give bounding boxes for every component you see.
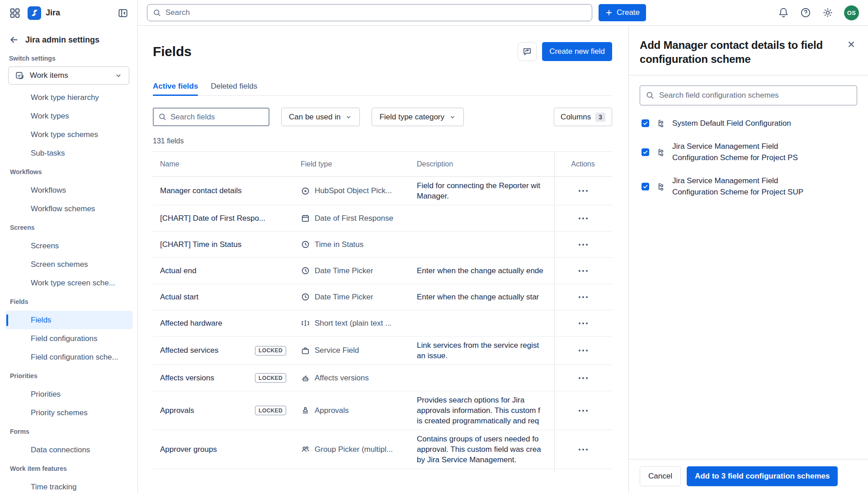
sidebar-item-screen-schemes[interactable]: Screen schemes (5, 255, 133, 274)
label: Workflow schemes (31, 204, 95, 213)
sidebar-item-field-configurations[interactable]: Field configurations (5, 329, 133, 348)
filter-row: Can be used in Field type category Colum… (153, 108, 612, 126)
create-new-field-button[interactable]: Create new field (542, 42, 612, 61)
field-type-category-dropdown[interactable]: Field type category (372, 108, 464, 126)
tab-active-fields[interactable]: Active fields (153, 82, 198, 95)
panel-header: Add Manager contact details to field con… (629, 26, 868, 76)
jira-home-link[interactable]: Jira (28, 6, 60, 20)
fields-search-input[interactable] (170, 113, 264, 122)
checkbox-checked[interactable] (642, 183, 649, 190)
target-icon (301, 186, 310, 196)
app-switcher-icon[interactable] (9, 7, 21, 19)
scheme-search[interactable] (640, 85, 857, 105)
chevron-down-icon (449, 114, 456, 121)
row-more-actions-button[interactable] (575, 346, 591, 355)
sidebar-section-forms: Forms (0, 422, 137, 441)
field-name: Affects versions (160, 374, 214, 383)
table-row-approver-groups: Approver groupsGroup Picker (multipl...C… (153, 430, 612, 469)
label: Work types (31, 112, 69, 121)
sidebar-item-work-types[interactable]: Work types (5, 107, 133, 125)
scheme-item-jira-service-management-field-configurat[interactable]: Jira Service Management Field Configurat… (640, 135, 857, 169)
checkbox-checked[interactable] (642, 148, 649, 156)
sidebar-item-priority-schemes[interactable]: Priority schemes (5, 403, 133, 422)
field-type-cell: Group Picker (multipl... (293, 430, 410, 469)
description-line: Link services from the service regist (417, 340, 547, 351)
short-text-icon (301, 318, 310, 328)
scheme-list: System Default Field ConfigurationJira S… (640, 112, 857, 204)
checkbox-checked[interactable] (642, 119, 649, 127)
scheme-item-jira-service-management-field-configurat[interactable]: Jira Service Management Field Configurat… (640, 169, 857, 204)
field-description-cell: Contains groups of users needed foapprov… (410, 430, 554, 469)
sidebar-section-fields: Fields (0, 292, 137, 311)
notifications-bell-icon[interactable] (778, 7, 789, 19)
sidebar-item-sub-tasks[interactable]: Sub-tasks (5, 144, 133, 162)
fields-search[interactable] (153, 108, 269, 126)
global-search-input[interactable] (165, 8, 586, 17)
sidebar-item-screens[interactable]: Screens (5, 237, 133, 255)
cancel-button[interactable]: Cancel (640, 466, 681, 486)
field-type-cell: Date Time Picker (293, 258, 410, 284)
row-more-actions-button[interactable] (575, 319, 591, 328)
description-line: Contains groups of users needed fo (417, 434, 547, 444)
description-line: Enter when the change actually ende (417, 265, 547, 276)
tab-deleted-fields[interactable]: Deleted fields (211, 82, 257, 95)
back-arrow-icon[interactable] (9, 35, 19, 45)
sidebar-item-work-type-screen-sche[interactable]: Work type screen sche... (5, 274, 133, 292)
label: Work item features (10, 465, 67, 472)
feedback-button[interactable] (518, 42, 537, 61)
columns-label: Columns (561, 113, 591, 122)
left-column: Jira Jira admin settings Switch sett (0, 0, 138, 493)
sidebar-item-workflow-schemes[interactable]: Workflow schemes (5, 199, 133, 218)
row-more-actions-button[interactable] (575, 374, 591, 383)
sidebar-item-work-type-schemes[interactable]: Work type schemes (5, 125, 133, 144)
user-avatar[interactable]: OS (844, 5, 859, 20)
table-row-affected-hardware: Affected hardwareShort text (plain text … (153, 310, 612, 337)
sidebar-item-work-type-hierarchy[interactable]: Work type hierarchy (5, 88, 133, 107)
scheme-label: Jira Service Management Field Configurat… (672, 141, 816, 163)
sidebar-item-data-connections[interactable]: Data connections (5, 441, 133, 459)
plus-icon (605, 9, 613, 17)
table-row-chart-time-in-status: [CHART] Time in StatusTime in Status (153, 232, 612, 258)
row-more-actions-button[interactable] (575, 240, 591, 249)
row-more-actions-button[interactable] (575, 293, 591, 302)
sidebar-section-work-item-features: Work item features (0, 459, 137, 478)
locked-badge: LOCKED (255, 406, 286, 415)
sidebar-item-workflows[interactable]: Workflows (5, 181, 133, 199)
close-icon[interactable] (846, 39, 856, 49)
actions-cell (554, 469, 611, 473)
row-more-actions-button[interactable] (575, 214, 591, 223)
global-search[interactable] (147, 4, 592, 21)
field-configuration-scheme-icon (656, 147, 665, 157)
sidebar-item-field-configuration-sche[interactable]: Field configuration sche... (5, 348, 133, 366)
help-icon[interactable] (800, 7, 811, 19)
field-type: Date Time Picker (315, 293, 373, 302)
can-be-used-in-dropdown[interactable]: Can be used in (281, 108, 360, 126)
label: Screens (10, 224, 34, 231)
dropdown-label: Field type category (379, 113, 444, 122)
create-button[interactable]: Create (599, 4, 646, 21)
row-more-actions-button[interactable] (575, 406, 591, 415)
description-line: by Jira Service Management. (417, 455, 547, 465)
description-line: Provides search options for Jira (417, 395, 547, 405)
sidebar-item-priorities[interactable]: Priorities (5, 385, 133, 403)
row-more-actions-button[interactable] (575, 266, 591, 275)
briefcase-icon (301, 346, 310, 356)
settings-switcher-select[interactable]: Work items (8, 66, 129, 85)
scheme-item-system-default-field-configuration[interactable]: System Default Field Configuration (640, 112, 857, 135)
settings-gear-icon[interactable] (822, 7, 834, 19)
sidebar-item-fields[interactable]: Fields (5, 311, 133, 329)
collapse-sidebar-icon[interactable] (118, 8, 128, 19)
admin-sidebar: Jira admin settings Switch settings Work… (0, 26, 137, 493)
columns-button[interactable]: Columns 3 (554, 108, 612, 126)
label: Forms (10, 428, 29, 435)
brand-row: Jira (0, 0, 137, 26)
row-more-actions-button[interactable] (575, 186, 591, 195)
column-header-name: Name (153, 152, 293, 176)
add-to-schemes-button[interactable]: Add to 3 field configuration schemes (687, 466, 838, 486)
sidebar-section-workflows: Workflows (0, 162, 137, 181)
scheme-search-input[interactable] (659, 91, 851, 100)
field-description-cell: Provides search options for Jiraapproval… (410, 391, 554, 430)
row-more-actions-button[interactable] (575, 445, 591, 454)
sidebar-header: Jira admin settings (0, 35, 137, 45)
sidebar-item-time-tracking[interactable]: Time tracking (5, 478, 133, 493)
